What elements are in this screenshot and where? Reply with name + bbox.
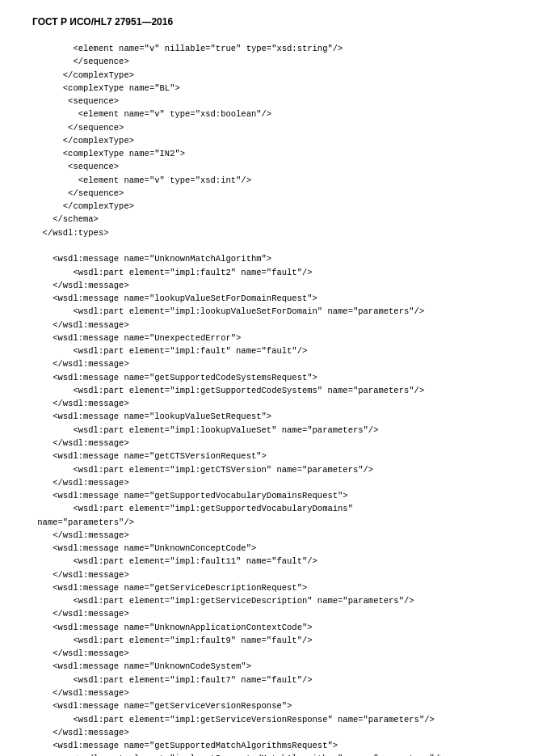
code-block: <element name="v" nillable="true" type="… [32, 42, 502, 756]
page-header: ГОСТ Р ИСО/HL7 27951—2016 [32, 16, 502, 27]
document-title: ГОСТ Р ИСО/HL7 27951—2016 [32, 16, 173, 27]
